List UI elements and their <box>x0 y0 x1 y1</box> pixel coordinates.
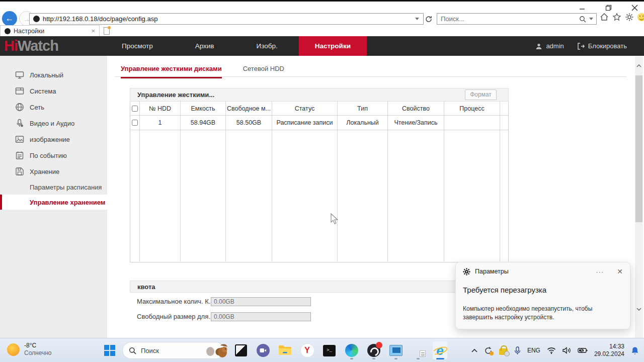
microphone-tray-icon[interactable] <box>514 346 521 355</box>
sidebar-item-image[interactable]: изображение <box>0 131 107 147</box>
sidebar-item-network[interactable]: Сеть <box>0 99 107 115</box>
search-icon <box>129 347 136 354</box>
col-type: Тип <box>338 102 388 115</box>
sidebar-item-event[interactable]: По событию <box>0 147 107 163</box>
title-bar <box>0 2 644 14</box>
new-tab-button[interactable] <box>102 26 112 36</box>
taskbar-app-icons: Y >_ e <box>233 341 447 359</box>
notification-toast[interactable]: Параметры ··· ✕ Требуется перезагрузка К… <box>455 262 630 329</box>
url-dropdown-icon[interactable] <box>415 18 419 20</box>
volume-icon[interactable] <box>562 347 571 354</box>
col-status: Статус <box>272 102 338 115</box>
sidebar-item-video-audio[interactable]: Видео и Аудио <box>0 115 107 131</box>
max-capacity-input[interactable] <box>211 297 311 306</box>
sync-status-icon[interactable] <box>484 346 493 355</box>
storage-disk-icon <box>15 167 24 176</box>
hiwatch-logo: HiWatch <box>0 36 101 56</box>
weather-widget[interactable]: -8°C Солнечно <box>7 342 52 357</box>
media-app-icon[interactable] <box>388 341 403 359</box>
yandex-browser-icon[interactable]: Y <box>300 341 314 359</box>
edge-browser-icon[interactable] <box>344 341 359 359</box>
table-empty-area <box>130 130 508 261</box>
start-button[interactable] <box>104 345 115 356</box>
format-button[interactable]: Формат <box>465 89 497 100</box>
restore-button[interactable] <box>601 3 616 13</box>
col-property: Свойство <box>388 102 444 115</box>
sun-icon <box>7 343 20 356</box>
app-dark-square-icon[interactable] <box>233 341 248 359</box>
clock-date: 29.02.2024 <box>594 350 624 358</box>
home-icon[interactable] <box>600 13 609 22</box>
settings-gear-icon <box>463 268 470 276</box>
menu-live-view[interactable]: Просмотр <box>101 36 174 56</box>
video-call-app-icon[interactable] <box>256 341 270 359</box>
cell-progress <box>444 116 500 130</box>
wifi-icon[interactable] <box>547 347 556 354</box>
free-quota-input[interactable] <box>211 312 311 321</box>
clock-widget[interactable]: 14:33 29.02.2024 <box>594 343 624 358</box>
taskbar: -8°C Солнечно Поиск Y >_ <box>0 338 644 362</box>
sidebar-item-schedule-settings[interactable]: Параметры расписания <box>0 179 107 195</box>
user-icon <box>535 43 542 50</box>
terminal-icon[interactable]: >_ <box>322 341 337 359</box>
language-indicator[interactable]: ENG <box>527 347 540 354</box>
minimize-button[interactable] <box>575 3 590 13</box>
free-quota-field: Свободный размер для... <box>137 312 311 321</box>
quota-title: квота <box>130 283 155 291</box>
tab-title: Настройки <box>14 28 87 35</box>
col-hdd-no: № HDD <box>140 102 181 115</box>
browser-search[interactable] <box>437 13 597 25</box>
max-capacity-label: Максимальное колич. К... <box>137 298 211 305</box>
screen: ← → Настройки × <box>0 0 644 362</box>
sidebar-item-storage[interactable]: Хранение <box>0 163 107 179</box>
toast-body: Компьютер необходимо перезапустить, чтоб… <box>463 305 624 322</box>
lock-button[interactable]: Блокировать <box>577 42 627 50</box>
sidebar-item-local[interactable]: Локальный <box>0 67 107 83</box>
toast-close-icon[interactable]: ✕ <box>617 267 623 276</box>
settings-gear-icon[interactable] <box>625 13 634 22</box>
refresh-button[interactable] <box>424 13 434 25</box>
notification-bell-icon[interactable] <box>631 346 639 355</box>
monitor-icon <box>15 70 24 79</box>
site-icon <box>33 16 40 22</box>
close-button[interactable] <box>627 3 642 13</box>
page-scrollbar[interactable] <box>635 56 643 338</box>
squirrel-sticker[interactable] <box>205 342 228 358</box>
internet-explorer-icon[interactable]: e <box>433 341 447 359</box>
menu-settings[interactable]: Настройки <box>299 36 367 56</box>
select-all-checkbox[interactable] <box>132 106 138 112</box>
app-navbar: HiWatch Просмотр Архив Изобр. Настройки … <box>0 36 644 56</box>
scroll-up-icon[interactable] <box>635 60 643 71</box>
address-bar[interactable] <box>29 13 424 25</box>
url-input[interactable] <box>43 15 411 23</box>
file-explorer-icon[interactable] <box>278 341 292 359</box>
tray-expand-icon[interactable] <box>471 349 477 352</box>
menu-playback[interactable]: Архив <box>174 36 235 56</box>
globe-icon <box>15 103 24 112</box>
free-quota-label: Свободный размер для... <box>137 313 211 320</box>
row-checkbox[interactable] <box>132 120 138 126</box>
toast-more-icon[interactable]: ··· <box>596 268 604 276</box>
obs-studio-icon[interactable] <box>366 341 381 359</box>
favorites-star-icon[interactable] <box>612 13 621 22</box>
tab-close-icon[interactable]: × <box>87 27 99 35</box>
max-capacity-field: Максимальное колич. К... <box>137 297 311 306</box>
search-icon[interactable] <box>579 16 586 23</box>
search-dropdown-icon[interactable] <box>589 18 593 20</box>
table-row[interactable]: 1 58.94GB 58.50GB Расписание записи Лока… <box>130 116 508 130</box>
sidebar-item-storage-management[interactable]: Управление хранением <box>0 195 107 210</box>
network-utility-icon[interactable] <box>411 341 425 359</box>
cell-status: Расписание записи <box>272 116 338 130</box>
browser-tab[interactable]: Настройки × <box>0 25 100 36</box>
back-button[interactable]: ← <box>2 11 17 26</box>
cell-property: Чтение/Запись <box>388 116 444 130</box>
col-capacity: Емкость <box>181 102 226 115</box>
battery-icon[interactable] <box>578 347 588 353</box>
scrollbar-thumb[interactable] <box>635 75 642 222</box>
security-lock-icon[interactable] <box>499 346 508 355</box>
feedback-smiley-icon[interactable] <box>637 13 644 21</box>
browser-search-input[interactable] <box>437 15 579 23</box>
sidebar-item-system[interactable]: Система <box>0 83 107 99</box>
scroll-down-icon[interactable] <box>635 304 643 315</box>
menu-picture[interactable]: Изобр. <box>235 36 298 56</box>
